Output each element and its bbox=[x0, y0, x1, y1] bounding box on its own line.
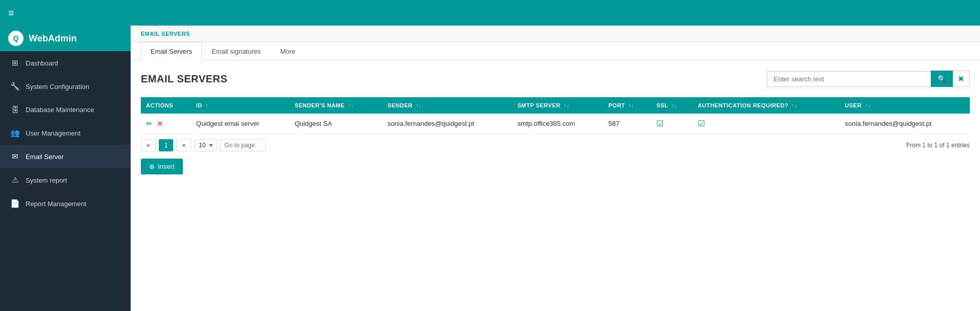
edit-button[interactable]: ✏ bbox=[146, 119, 153, 128]
menu-icon[interactable]: ≡ bbox=[8, 7, 14, 19]
main-layout: Q WebAdmin ⊞ Dashboard 🔧 System Configur… bbox=[0, 26, 980, 311]
sidebar-item-dashboard[interactable]: ⊞ Dashboard bbox=[0, 51, 131, 75]
sidebar-item-database-maintenance[interactable]: 🗄 Database Maintenance bbox=[0, 98, 131, 121]
row-sender: sonia.fernandes@quidgest.pt bbox=[382, 114, 512, 134]
sidebar-item-label: User Management bbox=[26, 129, 80, 137]
row-id: Quidgest emai server bbox=[191, 114, 289, 134]
dashboard-icon: ⊞ bbox=[10, 58, 19, 68]
insert-icon: ⊕ bbox=[149, 163, 155, 170]
breadcrumb: EMAIL SERVERS bbox=[131, 26, 980, 42]
warning-icon: ⚠ bbox=[10, 175, 19, 185]
sidebar-item-user-management[interactable]: 👥 User Management bbox=[0, 121, 131, 145]
sort-icon-smtp-server: ↑↓ bbox=[564, 103, 570, 108]
current-page-button[interactable]: 1 bbox=[159, 139, 174, 151]
row-user: sonia.fernandes@quidgest.pt bbox=[840, 114, 970, 134]
row-smtp-server: smtp.office365.com bbox=[512, 114, 603, 134]
sort-icon-auth-required: ↑↓ bbox=[792, 103, 798, 108]
page-header: EMAIL SERVERS 🔍 ✖ bbox=[141, 71, 970, 87]
col-user[interactable]: USER ↑↓ bbox=[840, 97, 970, 114]
sidebar-item-label: Database Maintenance bbox=[26, 106, 94, 114]
sidebar-item-email-server[interactable]: ✉ Email Server bbox=[0, 145, 131, 168]
entries-info: From 1 to 1 of 1 entries bbox=[906, 142, 970, 149]
search-clear-button[interactable]: ✖ bbox=[953, 71, 970, 87]
logo-text: WebAdmin bbox=[29, 33, 77, 44]
sidebar-item-label: Report Management bbox=[26, 200, 87, 208]
sort-icon-sender: ↑↓ bbox=[416, 103, 422, 108]
wrench-icon: 🔧 bbox=[10, 82, 19, 91]
auth-checked-icon: ☑ bbox=[698, 119, 705, 128]
col-smtp-server[interactable]: SMTP SERVER ↑↓ bbox=[512, 97, 603, 114]
sidebar-item-report-management[interactable]: 📄 Report Management bbox=[0, 192, 131, 215]
page-body: EMAIL SERVERS 🔍 ✖ ACTIONS ID bbox=[131, 60, 980, 311]
pagination-row: « 1 » 10 25 50 From 1 to 1 of 1 entries bbox=[141, 139, 970, 151]
sidebar-item-system-report[interactable]: ⚠ System report bbox=[0, 168, 131, 192]
database-icon: 🗄 bbox=[10, 105, 19, 114]
page-size-select[interactable]: 10 25 50 bbox=[194, 139, 217, 151]
sidebar-item-system-configuration[interactable]: 🔧 System Configuration bbox=[0, 75, 131, 98]
insert-button[interactable]: ⊕ Insert bbox=[141, 159, 183, 174]
search-button[interactable]: 🔍 bbox=[931, 71, 953, 87]
report-icon: 📄 bbox=[10, 199, 19, 208]
table-row: ✏ ✕ Quidgest emai server Quidgest SA son… bbox=[141, 114, 970, 134]
tab-email-signatures[interactable]: Email signatures bbox=[202, 42, 270, 60]
col-sender-name[interactable]: SENDER'S NAME ↑↓ bbox=[289, 97, 382, 114]
search-input[interactable] bbox=[767, 71, 931, 87]
row-actions: ✏ ✕ bbox=[141, 114, 191, 134]
sidebar-item-label: Email Server bbox=[26, 153, 64, 161]
col-port[interactable]: PORT ↑↓ bbox=[603, 97, 651, 114]
tabs-bar: Email Servers Email signatures More bbox=[131, 42, 980, 60]
row-auth-required: ☑ bbox=[693, 114, 840, 134]
row-port: 587 bbox=[603, 114, 651, 134]
col-actions: ACTIONS bbox=[141, 97, 191, 114]
sort-icon-ssl: ↑↓ bbox=[672, 103, 677, 108]
tab-more[interactable]: More bbox=[270, 42, 305, 60]
col-sender[interactable]: SENDER ↑↓ bbox=[382, 97, 512, 114]
tab-email-servers[interactable]: Email Servers bbox=[141, 42, 202, 60]
goto-page-input[interactable] bbox=[220, 139, 266, 151]
users-icon: 👥 bbox=[10, 128, 19, 138]
delete-button[interactable]: ✕ bbox=[157, 119, 163, 128]
sort-icon-id: ↑ bbox=[205, 103, 208, 108]
insert-label: Insert bbox=[158, 163, 175, 170]
logo-circle: Q bbox=[8, 31, 24, 46]
sidebar-item-label: System Configuration bbox=[26, 83, 89, 91]
sort-icon-user: ↑↓ bbox=[865, 103, 870, 108]
prev-page-button[interactable]: « bbox=[141, 139, 156, 151]
sidebar-logo: Q WebAdmin bbox=[0, 26, 131, 51]
next-page-button[interactable]: » bbox=[176, 139, 191, 151]
search-bar: 🔍 ✖ bbox=[767, 71, 970, 87]
email-icon: ✉ bbox=[10, 152, 19, 161]
sidebar-item-label: Dashboard bbox=[26, 59, 58, 67]
col-auth-required[interactable]: AUTHENTICATION REQUIRED? ↑↓ bbox=[693, 97, 840, 114]
sort-icon-sender-name: ↑↓ bbox=[348, 103, 353, 108]
col-ssl[interactable]: SSL ↑↓ bbox=[651, 97, 693, 114]
sidebar-item-label: System report bbox=[26, 176, 67, 184]
sort-icon-port: ↑↓ bbox=[629, 103, 634, 108]
row-sender-name: Quidgest SA bbox=[289, 114, 382, 134]
sidebar: Q WebAdmin ⊞ Dashboard 🔧 System Configur… bbox=[0, 26, 131, 311]
page-title: EMAIL SERVERS bbox=[141, 73, 227, 85]
row-ssl: ☑ bbox=[651, 114, 693, 134]
breadcrumb-text: EMAIL SERVERS bbox=[141, 31, 190, 37]
col-id[interactable]: ID ↑ bbox=[191, 97, 289, 114]
topbar: ≡ bbox=[0, 0, 980, 26]
content-area: EMAIL SERVERS Email Servers Email signat… bbox=[131, 26, 980, 311]
ssl-checked-icon: ☑ bbox=[656, 119, 663, 128]
email-servers-table: ACTIONS ID ↑ SENDER'S NAME ↑↓ SENDER ↑ bbox=[141, 97, 970, 134]
